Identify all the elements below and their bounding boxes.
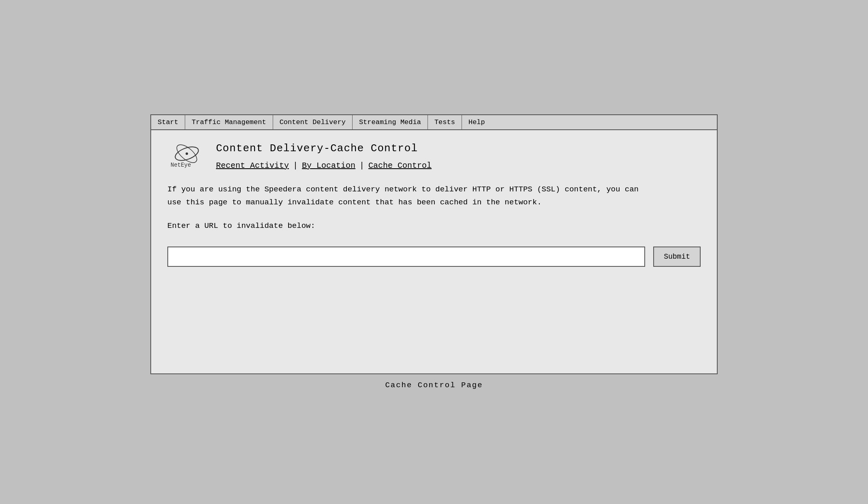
nav-item-traffic[interactable]: Traffic Management bbox=[185, 115, 273, 129]
outer-wrapper: Start Traffic Management Content Deliver… bbox=[150, 114, 718, 390]
url-input[interactable] bbox=[167, 247, 645, 267]
sub-nav: Recent Activity | By Location | Cache Co… bbox=[216, 161, 432, 170]
svg-point-2 bbox=[186, 152, 188, 155]
svg-text:NetEye: NetEye bbox=[171, 162, 191, 168]
nav-item-tests[interactable]: Tests bbox=[428, 115, 462, 129]
submit-button[interactable]: Submit bbox=[653, 247, 701, 267]
page-title: Content Delivery-Cache Control bbox=[216, 142, 432, 154]
nav-item-streaming[interactable]: Streaming Media bbox=[353, 115, 428, 129]
subnav-by-location[interactable]: By Location bbox=[302, 161, 355, 170]
nav-item-help[interactable]: Help bbox=[462, 115, 492, 129]
description-text: If you are using the Speedera content de… bbox=[167, 183, 654, 209]
main-frame: Start Traffic Management Content Deliver… bbox=[150, 114, 718, 374]
subnav-separator-2: | bbox=[359, 161, 364, 170]
title-nav-area: Content Delivery-Cache Control Recent Ac… bbox=[216, 142, 432, 170]
subnav-cache-control[interactable]: Cache Control bbox=[368, 161, 432, 170]
url-label: Enter a URL to invalidate below: bbox=[167, 221, 701, 230]
input-row: Submit bbox=[167, 247, 701, 267]
subnav-recent-activity[interactable]: Recent Activity bbox=[216, 161, 289, 170]
neteye-logo: NetEye bbox=[167, 142, 204, 171]
nav-item-content-delivery[interactable]: Content Delivery bbox=[273, 115, 353, 129]
header-section: NetEye Content Delivery-Cache Control Re… bbox=[167, 142, 701, 171]
logo-area: NetEye bbox=[167, 142, 204, 171]
subnav-separator-1: | bbox=[293, 161, 298, 170]
content-area: NetEye Content Delivery-Cache Control Re… bbox=[151, 130, 717, 373]
footer-text: Cache Control Page bbox=[385, 381, 483, 390]
nav-bar: Start Traffic Management Content Deliver… bbox=[151, 115, 717, 130]
nav-item-start[interactable]: Start bbox=[151, 115, 185, 129]
